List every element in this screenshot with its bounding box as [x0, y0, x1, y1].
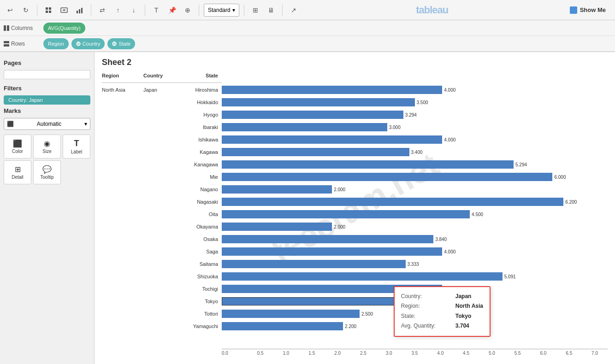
label-row: Osaka — [102, 233, 222, 245]
swap-button[interactable]: ⇄ — [96, 4, 109, 17]
bar[interactable] — [222, 198, 563, 206]
bar-row: 4.500 — [222, 208, 608, 220]
bar-row: 5.091 — [222, 270, 608, 282]
x-tick: 4.0 — [427, 351, 453, 356]
label-button[interactable]: T Label — [63, 135, 90, 159]
tooltip-region-value: North Asia — [455, 301, 483, 311]
bar[interactable] — [222, 123, 387, 131]
tooltip-region-row: Region: North Asia — [401, 301, 483, 311]
filter-country-japan[interactable]: Country: Japan — [4, 95, 90, 105]
label-state: Osaka — [180, 236, 222, 242]
tooltip-country-row: Country: Japan — [401, 292, 483, 302]
pages-shelf — [4, 70, 90, 79]
tooltip-state-row: State: Tokyo — [401, 311, 483, 322]
sort-desc-button[interactable]: ↓ — [127, 4, 140, 17]
bar-value: 2.000 — [334, 187, 345, 192]
bar[interactable] — [222, 111, 403, 119]
bar[interactable] — [222, 247, 442, 256]
bar[interactable] — [222, 173, 552, 181]
detail-button[interactable]: ⊞ Detail — [4, 160, 31, 184]
share-button[interactable]: ↗ — [287, 4, 300, 17]
marks-type-dropdown[interactable]: ⬛ Automatic ▾ — [4, 118, 90, 130]
color-button[interactable]: ⬛ Color — [4, 135, 31, 159]
sort-asc-button[interactable]: ↑ — [112, 4, 124, 17]
label-row: North AsiaJapanHiroshima — [102, 84, 222, 96]
bar-value: 4.500 — [472, 212, 483, 217]
x-tick: 2.0 — [325, 351, 350, 356]
bar[interactable] — [222, 235, 433, 243]
bar[interactable] — [222, 160, 514, 169]
bar[interactable] — [222, 310, 360, 318]
add-sheet-button[interactable] — [58, 4, 71, 17]
detail-icon: ⊞ — [15, 165, 21, 174]
bar[interactable] — [222, 223, 332, 231]
rows-label: Rows — [4, 41, 41, 47]
divider-1 — [37, 5, 37, 16]
bar[interactable] — [222, 148, 409, 156]
bar-row: 3.400 — [222, 146, 608, 158]
standard-dropdown[interactable]: Standard ▾ — [204, 4, 239, 17]
tooltip-avg-row: Avg. Quantity: 3.704 — [401, 321, 483, 331]
bar-value: 6.200 — [565, 200, 577, 205]
pin-button[interactable]: 📌 — [166, 4, 178, 17]
bar[interactable] — [222, 260, 406, 268]
new-datasource-button[interactable] — [42, 4, 55, 17]
bar[interactable] — [222, 210, 470, 218]
bar[interactable] — [222, 86, 442, 94]
text-button[interactable]: T — [150, 4, 163, 17]
filters-title: Filters — [4, 85, 90, 92]
svg-rect-3 — [49, 11, 51, 13]
bar-value: 3.840 — [435, 237, 447, 242]
bar-wrapper: 3.840 — [222, 235, 608, 243]
pages-title: Pages — [4, 59, 90, 66]
bar-value: 2.000 — [334, 224, 345, 229]
bar-wrapper: 2.000 — [222, 223, 608, 231]
bar[interactable] — [222, 272, 503, 281]
x-tick: 4.5 — [453, 351, 479, 356]
rows-pill-state[interactable]: State — [107, 38, 135, 49]
x-tick: 1.5 — [299, 351, 325, 356]
color-icon: ⬛ — [13, 139, 22, 148]
sheet-title: Sheet 2 — [102, 58, 608, 67]
label-row: Yamaguchi — [102, 320, 222, 332]
bar-wrapper: 6.200 — [222, 198, 608, 206]
label-state: Kanagawa — [180, 162, 222, 167]
header-spacer — [222, 73, 608, 84]
layout-button[interactable]: ⊞ — [249, 4, 262, 17]
bar[interactable] — [222, 322, 343, 330]
device-button[interactable]: 🖥 — [265, 4, 278, 17]
tooltip-button[interactable]: 💬 Tooltip — [33, 160, 61, 184]
x-tick: 1.0 — [273, 351, 299, 356]
label-row: Ishikawa — [102, 134, 222, 146]
marks-type-icon: ⬛ — [7, 121, 14, 127]
label-state: Shizuoka — [180, 274, 222, 279]
chart-type-button[interactable] — [73, 4, 86, 17]
bar[interactable] — [222, 185, 332, 194]
bar-value: 5.091 — [504, 274, 516, 279]
label-state: Hiroshima — [180, 87, 222, 93]
marks-label: Marks — [4, 107, 90, 114]
svg-rect-10 — [4, 25, 6, 31]
bar[interactable] — [222, 98, 415, 106]
tooltip-state-label: State: — [401, 311, 452, 322]
tooltip-edit-button[interactable]: ⊕ — [181, 4, 194, 17]
size-button[interactable]: ◉ Size — [33, 135, 61, 159]
undo-button[interactable]: ↩ — [4, 4, 17, 17]
bar-wrapper: 3.333 — [222, 260, 608, 268]
country-header: Country — [143, 73, 180, 82]
bar[interactable] — [222, 135, 442, 144]
label-state: Saga — [180, 249, 222, 254]
columns-pill-avg-quantity[interactable]: AVG(Quantity) — [43, 23, 85, 34]
label-row: Ibaraki — [102, 121, 222, 133]
divider-3 — [145, 5, 145, 16]
label-state: Tokyo — [180, 299, 222, 304]
bar-value: 3.000 — [389, 125, 401, 130]
label-row: Mie — [102, 171, 222, 183]
redo-button[interactable]: ↻ — [19, 4, 32, 17]
x-tick: 2.5 — [350, 351, 376, 356]
rows-pill-country[interactable]: Country — [71, 38, 105, 49]
show-me-button[interactable]: Show Me — [564, 5, 611, 16]
rows-pill-region[interactable]: Region — [43, 38, 69, 49]
divider-2 — [91, 5, 91, 16]
label-state: Ibaraki — [180, 124, 222, 130]
